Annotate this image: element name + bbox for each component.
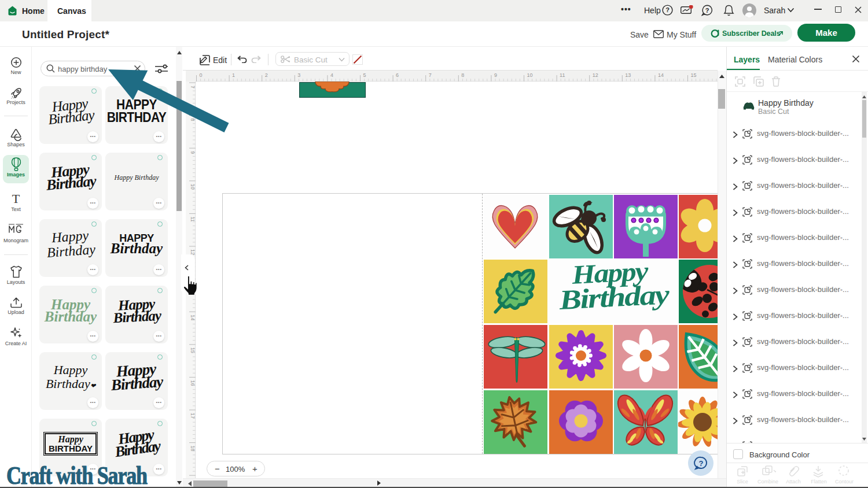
svg-text:9: 9 — [494, 72, 497, 78]
svg-text:?: ? — [705, 7, 709, 14]
svg-text:1: 1 — [232, 72, 235, 78]
svg-text:14: 14 — [658, 72, 664, 78]
svg-text:12: 12 — [593, 72, 598, 78]
svg-text:?: ? — [699, 459, 704, 468]
svg-text:Birthday: Birthday — [558, 279, 671, 315]
svg-text:5: 5 — [363, 72, 366, 78]
svg-text:6: 6 — [396, 72, 399, 78]
svg-text:3: 3 — [297, 72, 300, 78]
svg-text:?: ? — [665, 6, 670, 13]
svg-text:4: 4 — [330, 72, 333, 78]
svg-text:2: 2 — [265, 72, 268, 78]
svg-text:7: 7 — [429, 72, 432, 78]
svg-text:11: 11 — [560, 72, 565, 78]
svg-text:8: 8 — [461, 72, 464, 78]
svg-text:13: 13 — [625, 72, 631, 78]
svg-text:10: 10 — [527, 72, 533, 78]
svg-text:0: 0 — [200, 72, 203, 78]
svg-text:15: 15 — [691, 72, 697, 78]
